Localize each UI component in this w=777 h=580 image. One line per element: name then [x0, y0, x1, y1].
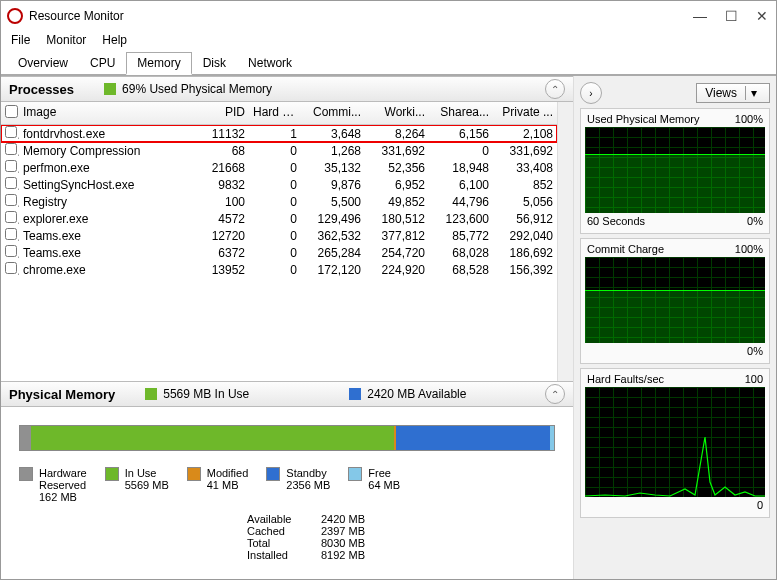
col-pid[interactable]: PID	[191, 102, 249, 124]
row-checkbox[interactable]	[5, 211, 17, 223]
graph-hard-faults: Hard Faults/sec 100 0	[580, 368, 770, 518]
mem-bar-segment	[396, 426, 549, 450]
table-row[interactable]: fontdrvhost.exe1113213,6488,2646,1562,10…	[1, 125, 557, 142]
legend-item: In Use5569 MB	[105, 467, 169, 503]
views-dropdown[interactable]: Views ▾	[696, 83, 770, 103]
table-row[interactable]: Teams.exe63720265,284254,72068,028186,69…	[1, 244, 557, 261]
legend-item: Modified41 MB	[187, 467, 249, 503]
cell-pid: 13952	[191, 260, 249, 280]
col-image[interactable]: Image	[19, 102, 191, 124]
row-checkbox[interactable]	[5, 160, 17, 172]
menubar: File Monitor Help	[1, 31, 776, 51]
minimize-button[interactable]: —	[693, 8, 707, 24]
stat-row: Available2420 MB	[247, 513, 573, 525]
row-checkbox[interactable]	[5, 228, 17, 240]
views-label: Views	[705, 86, 737, 100]
graph-used-physical-memory: Used Physical Memory 100% 60 Seconds 0%	[580, 108, 770, 234]
legend-item: HardwareReserved162 MB	[19, 467, 87, 503]
mem-bar-segment	[31, 426, 394, 450]
memory-stats: Available2420 MBCached2397 MBTotal8030 M…	[1, 507, 573, 579]
tab-overview[interactable]: Overview	[7, 52, 79, 75]
col-commit[interactable]: Commi...	[301, 102, 365, 124]
memory-legend: HardwareReserved162 MBIn Use5569 MBModif…	[1, 459, 573, 507]
table-row[interactable]: Registry10005,50049,85244,7965,056	[1, 193, 557, 210]
row-checkbox[interactable]	[5, 245, 17, 257]
col-hard-faults[interactable]: Hard F...	[249, 102, 301, 124]
cell-image: chrome.exe	[19, 260, 191, 280]
stat-row: Installed8192 MB	[247, 549, 573, 561]
row-checkbox[interactable]	[5, 177, 17, 189]
tab-network[interactable]: Network	[237, 52, 303, 75]
table-body[interactable]: fontdrvhost.exe1113213,6488,2646,1562,10…	[1, 125, 557, 381]
cell-hard: 0	[249, 260, 301, 280]
tab-bar: Overview CPU Memory Disk Network	[1, 51, 776, 76]
graph-title-used-phys: Used Physical Memory	[587, 113, 699, 125]
right-panel: › Views ▾ Used Physical Memory 100% 60 S…	[573, 76, 776, 579]
graph-xaxis-used-phys: 60 Seconds	[587, 215, 645, 227]
row-checkbox[interactable]	[5, 194, 17, 206]
app-icon	[7, 8, 23, 24]
table-row[interactable]: SettingSyncHost.exe983209,8766,9526,1008…	[1, 176, 557, 193]
row-checkbox[interactable]	[5, 126, 17, 138]
col-shareable[interactable]: Sharea...	[429, 102, 493, 124]
cell-working: 224,920	[365, 260, 429, 280]
table-row[interactable]: Memory Compression6801,268331,6920331,69…	[1, 142, 557, 159]
graph-max-used-phys: 100%	[735, 113, 763, 125]
table-row[interactable]: chrome.exe139520172,120224,92068,528156,…	[1, 261, 557, 278]
graph-nav-button[interactable]: ›	[580, 82, 602, 104]
graph-title-commit: Commit Charge	[587, 243, 664, 255]
graph-title-hard-faults: Hard Faults/sec	[587, 373, 664, 385]
stat-row: Cached2397 MB	[247, 525, 573, 537]
graph-min-commit: 0%	[747, 345, 763, 357]
table-row[interactable]: Teams.exe127200362,532377,81285,772292,0…	[1, 227, 557, 244]
tab-memory[interactable]: Memory	[126, 52, 191, 75]
select-all-checkbox[interactable]	[5, 105, 18, 118]
row-checkbox[interactable]	[5, 143, 17, 155]
processes-header[interactable]: Processes 69% Used Physical Memory ⌃	[1, 76, 573, 102]
graph-max-commit: 100%	[735, 243, 763, 255]
graph-min-hard-faults: 0	[757, 499, 763, 511]
cell-commit: 172,120	[301, 260, 365, 280]
tab-cpu[interactable]: CPU	[79, 52, 126, 75]
in-use-indicator	[145, 388, 157, 400]
row-checkbox[interactable]	[5, 262, 17, 274]
col-working[interactable]: Worki...	[365, 102, 429, 124]
graph-min-used-phys: 0%	[747, 215, 763, 227]
menu-help[interactable]: Help	[102, 33, 127, 47]
tab-disk[interactable]: Disk	[192, 52, 237, 75]
phys-mem-indicator	[104, 83, 116, 95]
legend-item: Free64 MB	[348, 467, 400, 503]
physical-memory-header[interactable]: Physical Memory 5569 MB In Use 2420 MB A…	[1, 381, 573, 407]
menu-monitor[interactable]: Monitor	[46, 33, 86, 47]
available-indicator	[349, 388, 361, 400]
close-button[interactable]: ✕	[756, 8, 768, 24]
mem-bar-segment	[20, 426, 31, 450]
titlebar: Resource Monitor — ☐ ✕	[1, 1, 776, 31]
mem-bar-segment	[550, 426, 554, 450]
col-private[interactable]: Private ...	[493, 102, 557, 124]
cell-share: 68,528	[429, 260, 493, 280]
maximize-button[interactable]: ☐	[725, 8, 738, 24]
table-row[interactable]: explorer.exe45720129,496180,512123,60056…	[1, 210, 557, 227]
scrollbar[interactable]	[557, 102, 573, 381]
memory-bar	[19, 425, 555, 451]
table-header: Image PID Hard F... Commi... Worki... Sh…	[1, 102, 557, 125]
graph-max-hard-faults: 100	[745, 373, 763, 385]
collapse-processes[interactable]: ⌃	[545, 79, 565, 99]
cell-private: 156,392	[493, 260, 557, 280]
physical-memory-title: Physical Memory	[9, 387, 115, 402]
menu-file[interactable]: File	[11, 33, 30, 47]
chevron-down-icon: ▾	[745, 86, 761, 100]
phys-mem-pct: 69% Used Physical Memory	[122, 82, 272, 96]
collapse-physical-memory[interactable]: ⌃	[545, 384, 565, 404]
in-use-label: 5569 MB In Use	[163, 387, 249, 401]
graph-commit-charge: Commit Charge 100% 0%	[580, 238, 770, 364]
processes-title: Processes	[9, 82, 74, 97]
stat-row: Total8030 MB	[247, 537, 573, 549]
legend-item: Standby2356 MB	[266, 467, 330, 503]
available-label: 2420 MB Available	[367, 387, 466, 401]
processes-table: Image PID Hard F... Commi... Worki... Sh…	[1, 102, 573, 381]
table-row[interactable]: perfmon.exe21668035,13252,35618,94833,40…	[1, 159, 557, 176]
window-title: Resource Monitor	[29, 9, 693, 23]
